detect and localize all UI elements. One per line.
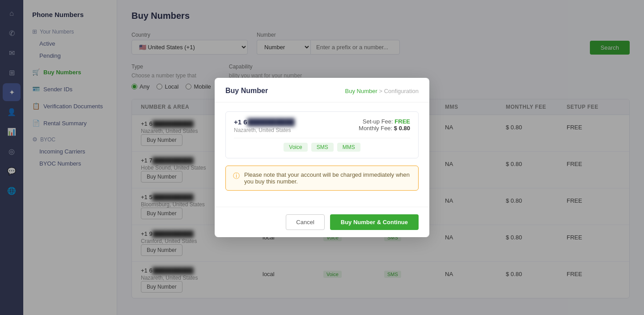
setup-fee-label: Set-up Fee: — [363, 118, 393, 125]
number-card-top: +1 6██████████ Nazareth, United States S… — [234, 118, 410, 133]
cancel-button[interactable]: Cancel — [286, 214, 324, 230]
cap-voice: Voice — [284, 143, 307, 152]
number-capabilities: Voice SMS MMS — [234, 138, 410, 152]
monthly-fee-row: Monthly Fee: $ 0.80 — [359, 125, 410, 132]
number-location: Nazareth, United States — [234, 127, 295, 133]
fee-info: Set-up Fee: FREE Monthly Fee: $ 0.80 — [359, 118, 410, 132]
breadcrumb-separator: > — [379, 88, 384, 94]
number-card: +1 6██████████ Nazareth, United States S… — [225, 111, 419, 158]
modal-body: +1 6██████████ Nazareth, United States S… — [215, 102, 429, 207]
buy-number-modal: Buy Number Buy Number > Configuration +1… — [215, 78, 429, 237]
modal-title: Buy Number — [225, 87, 268, 95]
number-info: +1 6██████████ Nazareth, United States — [234, 118, 295, 133]
breadcrumb-step2: Configuration — [384, 88, 419, 94]
buy-number-continue-button[interactable]: Buy Number & Continue — [330, 214, 419, 230]
warning-icon: ⓘ — [233, 172, 240, 180]
cap-sms: SMS — [311, 143, 334, 152]
breadcrumb-step1: Buy Number — [345, 88, 377, 94]
modal-footer: Cancel Buy Number & Continue — [215, 207, 429, 237]
cap-mms: MMS — [337, 143, 360, 152]
modal-breadcrumb: Buy Number > Configuration — [345, 88, 419, 94]
modal-overlay[interactable]: Buy Number Buy Number > Configuration +1… — [0, 0, 644, 315]
setup-fee-row: Set-up Fee: FREE — [359, 118, 410, 125]
number-blurred: ██████████ — [247, 118, 295, 126]
monthly-fee-label: Monthly Fee: — [359, 125, 392, 132]
warning-box: ⓘ Please note that your account will be … — [225, 166, 419, 191]
setup-fee-value: FREE — [394, 118, 410, 125]
modal-header: Buy Number Buy Number > Configuration — [215, 78, 429, 102]
warning-text: Please note that your account will be ch… — [244, 171, 411, 185]
monthly-fee-value: $ 0.80 — [394, 125, 410, 132]
number-display: +1 6██████████ — [234, 118, 295, 126]
number-prefix: +1 6 — [234, 118, 247, 126]
